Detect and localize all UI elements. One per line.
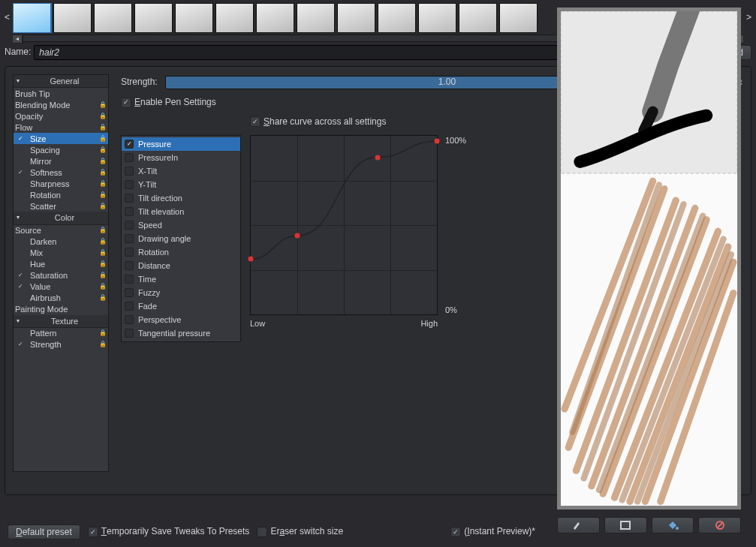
preview-clear-button[interactable] — [698, 517, 741, 533]
preset-thumb[interactable] — [215, 3, 254, 33]
default-preset-button[interactable]: Default preset — [8, 524, 80, 539]
preview-brush-button[interactable] — [557, 517, 600, 533]
category-item[interactable]: Opacity🔒 — [14, 110, 108, 122]
svg-rect-1 — [621, 521, 630, 529]
preview-rect-button[interactable] — [604, 517, 647, 533]
curve-x-min: Low — [250, 318, 265, 329]
preset-thumb[interactable] — [337, 3, 375, 33]
eraser-switch-checkbox[interactable]: Eraser switch size — [257, 526, 343, 538]
sensor-item[interactable]: Tangential pressure — [122, 326, 240, 340]
category-item[interactable]: Hue🔒 — [14, 259, 108, 270]
strength-label: Strength: — [121, 77, 158, 89]
category-item[interactable]: Painting Mode — [14, 304, 108, 315]
preset-thumb[interactable] — [53, 3, 92, 33]
category-item[interactable]: Value🔒 — [14, 281, 108, 293]
category-header[interactable]: ▾Texture — [14, 315, 108, 328]
instant-preview-checkbox[interactable]: (Instant Preview)* — [450, 526, 535, 538]
category-item[interactable]: Scatter🔒 — [14, 200, 108, 212]
sensor-item[interactable]: X-Tilt — [122, 164, 240, 178]
checkbox-icon — [121, 98, 131, 108]
sensor-item[interactable]: Pressure — [122, 137, 240, 151]
sensor-item[interactable]: Distance — [122, 259, 240, 272]
category-item[interactable]: Pattern🔒 — [14, 328, 108, 339]
preset-thumb[interactable] — [378, 3, 416, 33]
preset-thumb[interactable] — [499, 3, 538, 33]
curve-point[interactable] — [295, 233, 300, 239]
category-item[interactable]: Spacing🔒 — [14, 144, 108, 155]
preset-thumb[interactable] — [175, 3, 213, 33]
preset-thumb[interactable] — [13, 3, 51, 33]
preset-thumb[interactable] — [297, 3, 335, 33]
sensor-list[interactable]: PressurePressureInX-TiltY-TiltTilt direc… — [121, 135, 241, 342]
category-item[interactable]: Softness🔒 — [14, 167, 108, 178]
category-header[interactable]: ▾General — [14, 75, 108, 88]
category-item[interactable]: Mix🔒 — [14, 248, 108, 259]
scroll-left[interactable]: ◂ — [12, 35, 23, 44]
preset-thumb[interactable] — [134, 3, 173, 33]
preset-thumb[interactable] — [418, 3, 456, 33]
svg-line-4 — [717, 522, 723, 528]
brush-preview — [557, 8, 741, 509]
sensor-item[interactable]: Drawing angle — [122, 232, 240, 245]
sensor-item[interactable]: Rotation — [122, 245, 240, 259]
sensor-item[interactable]: Tilt direction — [122, 191, 240, 205]
category-item[interactable]: Rotation🔒 — [14, 189, 108, 200]
checkbox-icon — [250, 116, 261, 127]
category-item[interactable]: Brush Tip — [14, 88, 108, 99]
curve-point[interactable] — [248, 257, 254, 262]
curve-y-min: 0% — [445, 305, 472, 315]
curve-editor[interactable] — [250, 135, 438, 315]
category-header[interactable]: ▾Color — [14, 212, 108, 224]
category-item[interactable]: Source🔒 — [14, 225, 108, 236]
sensor-item[interactable]: Perspective — [122, 313, 240, 326]
category-list[interactable]: ▾GeneralBrush TipBlending Mode🔒Opacity🔒F… — [13, 74, 109, 472]
category-item[interactable]: Strength🔒 — [14, 339, 108, 350]
preset-thumb[interactable] — [256, 3, 294, 33]
category-item[interactable]: Mirror🔒 — [14, 155, 108, 167]
sensor-item[interactable]: Tilt elevation — [122, 205, 240, 218]
sensor-item[interactable]: Speed — [122, 218, 240, 232]
category-item[interactable]: Blending Mode🔒 — [14, 99, 108, 110]
curve-y-max: 100% — [445, 135, 472, 146]
category-item[interactable]: Darken🔒 — [14, 236, 108, 248]
category-item[interactable]: Sharpness🔒 — [14, 178, 108, 189]
category-item[interactable]: Size🔒 — [14, 133, 108, 144]
share-curve-checkbox[interactable]: Share curve across all settings — [250, 116, 386, 128]
curve-point[interactable] — [375, 155, 380, 160]
curve-point[interactable] — [435, 139, 440, 144]
presets-prev[interactable]: < — [5, 12, 10, 24]
preset-name-input[interactable] — [34, 45, 616, 60]
preset-thumb[interactable] — [94, 3, 132, 33]
sensor-item[interactable]: Fuzzy — [122, 286, 240, 299]
preview-bucket-button[interactable] — [652, 517, 694, 533]
preset-thumb[interactable] — [459, 3, 497, 33]
category-item[interactable]: Saturation🔒 — [14, 270, 108, 281]
sensor-item[interactable]: Fade — [122, 299, 240, 313]
category-item[interactable]: Airbrush🔒 — [14, 293, 108, 304]
sensor-item[interactable]: Y-Tilt — [122, 178, 240, 191]
name-label: Name: — [5, 47, 31, 59]
sensor-item[interactable]: Time — [122, 272, 240, 286]
svg-point-2 — [676, 527, 679, 530]
sensor-item[interactable]: PressureIn — [122, 151, 240, 164]
curve-x-max: High — [420, 318, 438, 329]
category-item[interactable]: Flow🔒 — [14, 122, 108, 133]
temp-save-checkbox[interactable]: Temporarily Save Tweaks To Presets — [88, 526, 250, 538]
